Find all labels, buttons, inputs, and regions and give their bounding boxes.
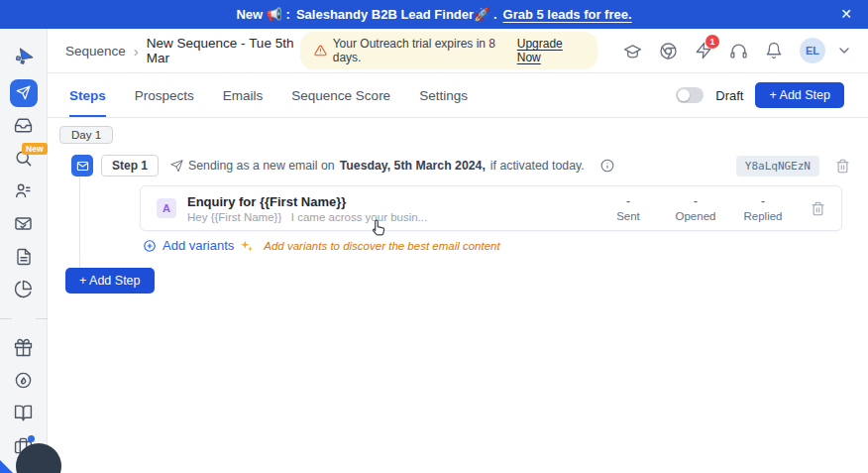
sidebar-item-sequences[interactable] xyxy=(0,76,48,109)
pie-chart-icon xyxy=(14,280,33,298)
email-preview: Hey {{First Name}} I came across your bu… xyxy=(187,211,427,223)
step-number-badge[interactable]: Step 1 xyxy=(101,155,159,177)
email-step-icon xyxy=(71,155,93,177)
document-icon xyxy=(15,248,33,266)
draft-toggle[interactable] xyxy=(676,87,704,103)
add-variants-row: Add variants Add variants to discover th… xyxy=(143,238,500,253)
book-icon xyxy=(14,404,33,422)
warning-triangle-icon xyxy=(314,44,327,58)
sidebar-item-analytics[interactable] xyxy=(0,273,48,305)
user-avatar[interactable]: EL xyxy=(800,38,825,63)
sequence-canvas: Day 1 Step 1 Sending as a new email on T… xyxy=(48,118,868,473)
add-variants-link[interactable]: Add variants xyxy=(143,238,234,253)
breadcrumb: Sequence › New Sequence - Tue 5th Mar xyxy=(65,36,300,65)
info-icon[interactable] xyxy=(600,159,614,173)
delete-variant-icon[interactable] xyxy=(811,201,825,216)
stat-opened: - Opened xyxy=(674,194,717,222)
app-window: New 📢 : Saleshandy B2B Lead Finder🚀 . Gr… xyxy=(0,0,868,473)
sidebar-item-rewards[interactable] xyxy=(0,331,48,364)
close-icon[interactable]: ✕ xyxy=(840,5,852,23)
schedule-suffix: if activated today. xyxy=(490,159,585,173)
corner-decoration xyxy=(0,460,13,473)
add-step-button[interactable]: + Add Step xyxy=(755,82,844,108)
add-variants-hint: Add variants to discover the best email … xyxy=(264,240,499,252)
gear-icon xyxy=(15,309,33,327)
headset-icon[interactable] xyxy=(729,42,748,60)
inbox-icon xyxy=(14,116,33,135)
trial-warning-pill: Your Outreach trial expires in 8 days. U… xyxy=(300,32,597,69)
new-badge: New xyxy=(22,143,47,155)
graduation-cap-icon[interactable] xyxy=(623,42,642,60)
email-check-icon xyxy=(14,214,33,233)
upgrade-now-link[interactable]: Upgrade Now xyxy=(517,37,584,64)
sidebar-item-settings[interactable] xyxy=(0,305,48,331)
tab-steps[interactable]: Steps xyxy=(69,73,106,117)
step-id-badge: Y8aLqNGEzN xyxy=(736,156,819,177)
sidebar-item-emails[interactable] xyxy=(0,207,48,240)
sparkle-icon xyxy=(240,239,254,253)
breadcrumb-separator: › xyxy=(134,43,139,59)
stat-replied: - Replied xyxy=(741,194,785,222)
delete-step-icon[interactable] xyxy=(835,159,850,174)
paper-plane-icon xyxy=(16,85,31,100)
prospects-icon xyxy=(14,181,33,200)
breadcrumb-parent[interactable]: Sequence xyxy=(65,44,126,59)
promo-banner: New 📢 : Saleshandy B2B Lead Finder🚀 . Gr… xyxy=(0,0,868,29)
sidebar-item-whats-new[interactable] xyxy=(0,364,48,397)
stat-sent: - Sent xyxy=(606,194,650,222)
gift-icon xyxy=(14,338,33,357)
lightning-icon[interactable]: 1 xyxy=(695,42,712,59)
sidebar-item-inbox[interactable] xyxy=(0,109,48,142)
schedule-date: Tuesday, 5th March 2024, xyxy=(340,159,486,173)
step-schedule-text: Sending as a new email on Tuesday, 5th M… xyxy=(170,159,585,173)
day-badge: Day 1 xyxy=(59,126,113,144)
trial-warning-text: Your Outreach trial expires in 8 days. xyxy=(333,37,511,64)
email-variant-card[interactable]: A Enquiry for {{First Name}} Hey {{First… xyxy=(140,185,842,231)
chevron-down-icon[interactable] xyxy=(836,43,852,59)
tab-settings[interactable]: Settings xyxy=(419,73,468,117)
sidebar-item-prospects[interactable] xyxy=(0,175,48,207)
tabs-bar: Steps Prospects Emails Sequence Score Se… xyxy=(48,73,868,118)
tab-prospects[interactable]: Prospects xyxy=(135,73,194,117)
schedule-prefix: Sending as a new email on xyxy=(188,159,335,173)
sidebar-item-lead-finder[interactable]: New xyxy=(0,142,48,175)
notification-dot xyxy=(28,435,35,442)
plus-circle-icon xyxy=(143,239,157,253)
variant-avatar: A xyxy=(157,198,176,218)
sidebar: New xyxy=(0,29,48,473)
breadcrumb-current: New Sequence - Tue 5th Mar xyxy=(147,36,300,65)
saleshandy-logo xyxy=(0,37,48,76)
header: Sequence › New Sequence - Tue 5th Mar Yo… xyxy=(48,29,868,73)
flame-icon xyxy=(14,371,33,390)
sidebar-item-knowledge-base[interactable] xyxy=(0,397,48,429)
step-header-row: Step 1 Sending as a new email on Tuesday… xyxy=(71,155,850,177)
step-connector-line xyxy=(79,167,80,269)
add-step-button-canvas[interactable]: + Add Step xyxy=(65,268,155,294)
banner-message: Saleshandy B2B Lead Finder🚀 . xyxy=(296,7,497,22)
tab-sequence-score[interactable]: Sequence Score xyxy=(291,73,390,117)
banner-link[interactable]: Grab 5 leads for free. xyxy=(503,7,632,22)
email-subject: Enquiry for {{First Name}} xyxy=(187,194,427,209)
bell-icon[interactable] xyxy=(765,42,783,59)
send-icon xyxy=(170,160,183,173)
notification-count-badge: 1 xyxy=(705,35,719,49)
draft-label: Draft xyxy=(715,88,743,103)
sidebar-item-templates[interactable] xyxy=(0,240,48,273)
tab-emails[interactable]: Emails xyxy=(223,73,264,117)
email-stats: - Sent - Opened - Replied xyxy=(606,194,785,222)
banner-new-label: New 📢 : xyxy=(236,7,290,22)
chrome-extension-icon[interactable] xyxy=(659,42,678,60)
